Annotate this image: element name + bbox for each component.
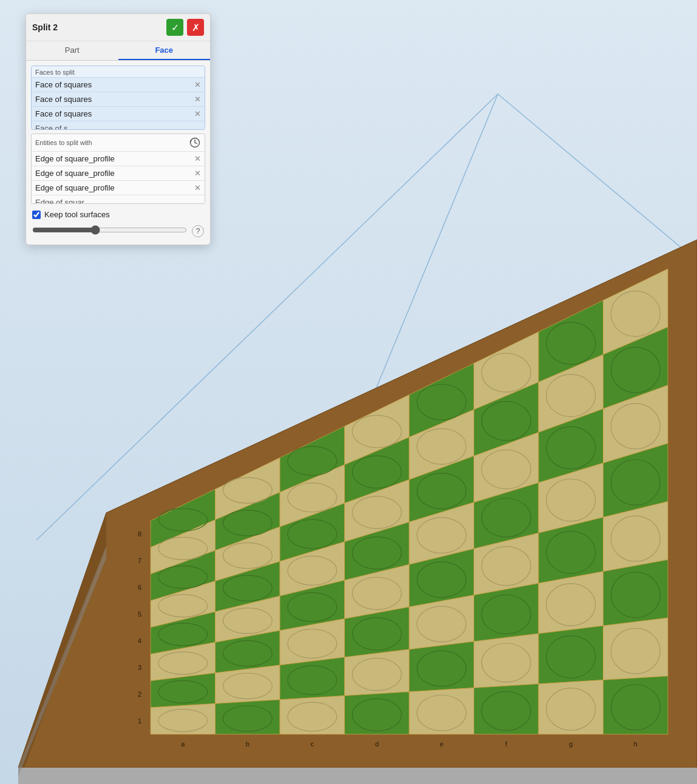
svg-text:g: g — [569, 740, 573, 748]
entity-item-3-remove[interactable]: ✕ — [194, 183, 201, 192]
svg-marker-59 — [604, 618, 668, 680]
svg-text:3: 3 — [138, 664, 141, 671]
svg-text:a: a — [181, 740, 185, 748]
entity-item-3[interactable]: Edge of square_profile ✕ — [32, 180, 205, 195]
slider-row: ? — [26, 223, 210, 245]
dialog-header: Split 2 ✓ ✗ — [26, 14, 210, 41]
face-item-partial: Face of s… — [32, 121, 205, 129]
svg-marker-60 — [151, 704, 216, 734]
entity-item-partial: Edge of squar… — [32, 195, 205, 203]
svg-marker-58 — [539, 626, 604, 684]
entity-item-2[interactable]: Edge of square_profile ✕ — [32, 166, 205, 180]
tab-face[interactable]: Face — [118, 41, 211, 60]
help-icon[interactable]: ? — [192, 225, 204, 237]
entity-item-1-remove[interactable]: ✕ — [194, 154, 201, 163]
face-item-2-remove[interactable]: ✕ — [194, 95, 201, 104]
svg-marker-63 — [345, 692, 410, 734]
entity-item-3-text: Edge of square_profile — [35, 183, 115, 192]
svg-text:6: 6 — [138, 584, 141, 591]
face-item-2-text: Face of squares — [35, 95, 92, 104]
face-item-3-remove[interactable]: ✕ — [194, 109, 201, 118]
svg-marker-51 — [604, 559, 668, 626]
keep-surfaces-checkbox[interactable] — [32, 211, 41, 219]
svg-text:4: 4 — [138, 637, 141, 644]
entity-item-2-text: Edge of square_profile — [35, 169, 115, 178]
tab-bar: Part Face — [26, 41, 210, 61]
svg-line-153 — [195, 143, 197, 144]
svg-marker-55 — [345, 649, 410, 695]
face-item-1-text: Face of squares — [35, 80, 92, 89]
svg-marker-61 — [216, 700, 280, 734]
face-item-1-remove[interactable]: ✕ — [194, 80, 201, 89]
svg-text:2: 2 — [138, 691, 141, 698]
tolerance-slider[interactable] — [32, 225, 187, 235]
slider-container — [32, 225, 187, 237]
svg-text:b: b — [246, 740, 250, 748]
svg-text:8: 8 — [138, 530, 141, 538]
entity-item-1-text: Edge of square_profile — [35, 154, 115, 163]
svg-text:e: e — [440, 740, 443, 748]
svg-text:c: c — [311, 740, 314, 748]
entity-item-1[interactable]: Edge of square_profile ✕ — [32, 151, 205, 166]
entity-item-2-remove[interactable]: ✕ — [194, 169, 201, 178]
svg-text:h: h — [634, 740, 638, 748]
svg-text:d: d — [375, 740, 379, 748]
face-item-3[interactable]: Face of squares ✕ — [32, 106, 205, 121]
face-item-3-text: Face of squares — [35, 109, 92, 118]
history-icon[interactable] — [189, 137, 201, 149]
faces-to-split-box: Faces to split Face of squares ✕ Face of… — [31, 66, 205, 130]
svg-marker-62 — [280, 696, 345, 734]
faces-label: Faces to split — [32, 66, 205, 77]
svg-marker-133 — [18, 768, 697, 784]
confirm-button[interactable]: ✓ — [166, 19, 183, 36]
entities-section: Entities to split with Edge of square_pr… — [31, 133, 205, 204]
dialog-title: Split 2 — [32, 22, 58, 32]
svg-text:1: 1 — [138, 717, 141, 725]
tab-part[interactable]: Part — [26, 41, 118, 60]
face-item-2[interactable]: Face of squares ✕ — [32, 92, 205, 106]
entities-header: Entities to split with — [32, 134, 205, 151]
cancel-button[interactable]: ✗ — [187, 19, 204, 36]
dialog-buttons: ✓ ✗ — [166, 19, 204, 36]
keep-surfaces-row: Keep tool surfaces — [26, 204, 210, 223]
svg-text:5: 5 — [138, 610, 141, 618]
split-dialog: Split 2 ✓ ✗ Part Face Faces to split Fac… — [25, 13, 211, 245]
svg-marker-56 — [409, 641, 474, 692]
keep-surfaces-label[interactable]: Keep tool surfaces — [44, 210, 110, 219]
entities-label: Entities to split with — [35, 139, 92, 146]
svg-text:7: 7 — [138, 557, 141, 564]
face-item-1[interactable]: Face of squares ✕ — [32, 77, 205, 92]
svg-marker-57 — [474, 634, 539, 688]
